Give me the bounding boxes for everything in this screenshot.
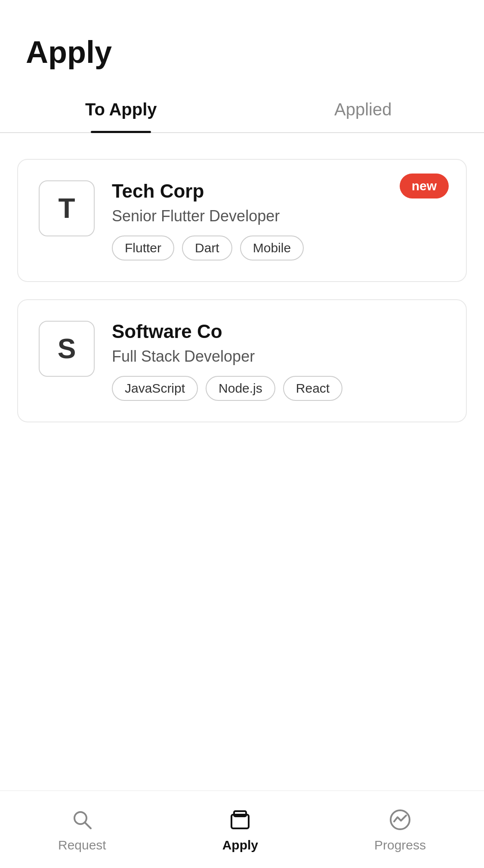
tag-nodejs: Node.js bbox=[206, 376, 275, 401]
nav-item-apply[interactable]: Apply bbox=[222, 807, 258, 852]
tags-tech-corp: Flutter Dart Mobile bbox=[112, 236, 445, 260]
tab-to-apply[interactable]: To Apply bbox=[0, 87, 242, 132]
job-card-software-co[interactable]: S Software Co Full Stack Developer JavaS… bbox=[17, 299, 467, 422]
tab-applied[interactable]: Applied bbox=[242, 87, 484, 132]
tag-react: React bbox=[283, 376, 342, 401]
nav-item-request[interactable]: Request bbox=[58, 807, 106, 852]
tag-javascript: JavaScript bbox=[112, 376, 198, 401]
nav-label-apply: Apply bbox=[222, 838, 258, 852]
tag-flutter: Flutter bbox=[112, 236, 174, 260]
job-info-tech-corp: Tech Corp Senior Flutter Developer Flutt… bbox=[112, 180, 445, 260]
apply-icon bbox=[227, 807, 253, 833]
page-title: Apply bbox=[0, 0, 484, 87]
tag-dart: Dart bbox=[182, 236, 232, 260]
new-badge: new bbox=[400, 174, 449, 198]
tag-mobile: Mobile bbox=[240, 236, 304, 260]
nav-label-progress: Progress bbox=[374, 838, 426, 852]
tabs-container: To Apply Applied bbox=[0, 87, 484, 133]
company-logo-tech-corp: T bbox=[39, 180, 95, 236]
bottom-nav: Request Apply Progress bbox=[0, 790, 484, 868]
company-name-tech-corp: Tech Corp bbox=[112, 180, 445, 202]
job-title-software-co: Full Stack Developer bbox=[112, 347, 445, 366]
search-icon bbox=[69, 807, 95, 833]
jobs-list: T Tech Corp Senior Flutter Developer Flu… bbox=[0, 150, 484, 448]
company-logo-software-co: S bbox=[39, 321, 95, 377]
progress-icon bbox=[387, 807, 413, 833]
job-title-tech-corp: Senior Flutter Developer bbox=[112, 207, 445, 225]
tags-software-co: JavaScript Node.js React bbox=[112, 376, 445, 401]
company-name-software-co: Software Co bbox=[112, 321, 445, 342]
svg-line-1 bbox=[85, 822, 91, 828]
nav-item-progress[interactable]: Progress bbox=[374, 807, 426, 852]
nav-label-request: Request bbox=[58, 838, 106, 852]
job-info-software-co: Software Co Full Stack Developer JavaScr… bbox=[112, 321, 445, 401]
job-card-tech-corp[interactable]: T Tech Corp Senior Flutter Developer Flu… bbox=[17, 159, 467, 282]
